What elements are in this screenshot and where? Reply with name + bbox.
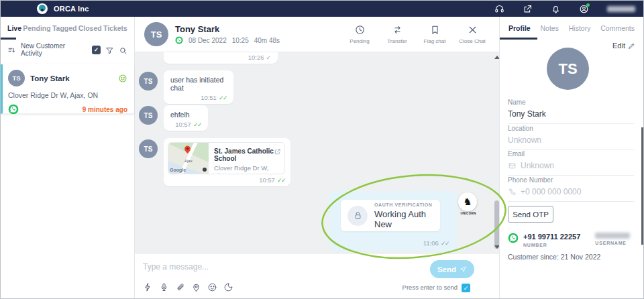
- sort-icon[interactable]: [7, 46, 16, 54]
- emoji-icon[interactable]: [207, 282, 217, 292]
- conversation-sidebar: Live Pending Tagged Closed Tickets New C…: [1, 17, 135, 298]
- flag-chat-button[interactable]: Flag chat: [423, 24, 447, 44]
- whatsapp-icon: [508, 233, 519, 243]
- message-bubble: ehfelh 10:57: [164, 105, 208, 131]
- chat-duration: 40m 48s: [254, 37, 280, 44]
- name-value[interactable]: Tony Stark: [508, 109, 546, 119]
- double-tick-icon: [277, 176, 285, 184]
- headset-icon[interactable]: [494, 4, 504, 14]
- location-subtitle: Clover Ridge Dr W, Ajax, ON: [214, 164, 275, 174]
- agent-name-redacted: [607, 6, 635, 12]
- customer-since: Customer since: 21 Nov 2022: [508, 253, 600, 261]
- avatar: TS: [139, 139, 158, 158]
- composer: Send Press enter to send: [135, 254, 500, 298]
- whatsapp-icon: [8, 104, 19, 115]
- tab-profile[interactable]: Profile: [508, 24, 531, 32]
- message-text: user has initiated chat: [170, 76, 227, 92]
- tab-notes[interactable]: Notes: [541, 24, 559, 32]
- attachment-icon[interactable]: [175, 282, 185, 292]
- send-button[interactable]: Send: [430, 260, 474, 278]
- clock-icon: [354, 24, 366, 36]
- location-title: St. James Catholic School: [214, 147, 275, 162]
- tab-comments[interactable]: Comments: [600, 24, 635, 32]
- message-input[interactable]: [143, 262, 411, 272]
- close-icon: [467, 24, 478, 36]
- pencil-icon: [628, 42, 635, 50]
- oauth-widget-card[interactable]: OAUTH VERIFICATION Working Auth New: [341, 200, 440, 231]
- brand-name: ORCA Inc: [54, 5, 89, 13]
- number-caption: NUMBER: [523, 243, 580, 247]
- multi-select-icon[interactable]: [92, 46, 101, 54]
- message-list: 10:26 TS user has initiated chat 10:51 T…: [135, 52, 500, 254]
- whatsapp-number: +91 99711 22257: [523, 233, 580, 241]
- send-otp-button[interactable]: Send OTP: [508, 206, 553, 223]
- map-control-dot: [203, 168, 207, 172]
- tab-closed[interactable]: Closed: [78, 24, 102, 32]
- pending-button[interactable]: Pending: [347, 24, 372, 44]
- panel-scrollbar-thumb[interactable]: [641, 127, 643, 245]
- conversation-card-tony-stark[interactable]: TS Tony Stark Clover Ridge Dr W, Ajax, O…: [1, 64, 134, 114]
- search-icon[interactable]: [119, 46, 127, 54]
- double-tick-icon: [219, 94, 227, 101]
- mail-icon: [508, 162, 517, 170]
- tick-icon: [266, 54, 271, 61]
- tab-tagged[interactable]: Tagged: [52, 24, 77, 32]
- channel-identity-row: +91 99711 22257 NUMBER USERNAME: [508, 233, 637, 247]
- map-thumbnail: Ajax Google: [168, 143, 209, 174]
- mic-icon[interactable]: [159, 282, 169, 292]
- whatsapp-icon: [175, 36, 183, 44]
- user-menu-icon[interactable]: [579, 4, 589, 14]
- edit-profile-button[interactable]: Edit: [612, 42, 635, 50]
- field-location: Location Unknown: [508, 125, 634, 150]
- chat-header: TS Tony Stark 08 Dec 2022 10:25 40m 48s …: [135, 17, 500, 52]
- bookmark-icon: [429, 24, 441, 36]
- double-tick-icon: [193, 121, 201, 128]
- lock-icon: [347, 206, 368, 226]
- tab-tickets[interactable]: Tickets: [103, 24, 127, 32]
- message-bubble-partial: 10:26: [164, 52, 278, 64]
- oauth-widget-label: OAUTH VERIFICATION: [374, 202, 433, 207]
- username-redacted: [595, 233, 630, 239]
- double-tick-icon: [441, 239, 449, 247]
- field-name: Name Tony Stark: [508, 99, 634, 124]
- open-external-icon[interactable]: [274, 146, 281, 154]
- tab-history[interactable]: History: [569, 24, 591, 32]
- scrollbar-thumb[interactable]: [494, 200, 499, 249]
- quick-reply-icon[interactable]: [143, 282, 153, 292]
- share-icon[interactable]: [523, 4, 533, 14]
- sentiment-smiley-icon: [118, 74, 127, 83]
- filter-icon[interactable]: [105, 46, 114, 54]
- enter-hint: Press enter to send: [402, 284, 458, 291]
- unicorn-icon: ♞: [458, 192, 477, 211]
- map-brand-label: Google: [170, 168, 186, 172]
- location-card[interactable]: Ajax Google St. James Catholic School Cl…: [168, 142, 285, 174]
- avatar: TS: [144, 22, 168, 46]
- transfer-button[interactable]: Transfer: [385, 24, 409, 44]
- bell-icon[interactable]: [551, 4, 561, 14]
- phone-value[interactable]: +0 000 000 0000: [521, 187, 581, 196]
- username-caption: USERNAME: [595, 241, 630, 245]
- topbar: ORCA Inc: [1, 1, 643, 17]
- tab-live[interactable]: Live: [7, 24, 21, 32]
- transfer-icon: [392, 24, 403, 36]
- map-town-label: Ajax: [184, 159, 193, 163]
- profile-panel: Profile Notes History Comments Edit TS N…: [499, 17, 643, 298]
- message-bubble-location: Ajax Google St. James Catholic School Cl…: [164, 138, 290, 186]
- unicorn-badge: ♞ UNICORN: [458, 192, 478, 215]
- active-tab-underline: [500, 38, 537, 40]
- location-icon[interactable]: [191, 282, 201, 292]
- sticker-icon[interactable]: [223, 282, 233, 292]
- profile-tabs: Profile Notes History Comments: [500, 17, 643, 40]
- orca-logo-icon: [37, 3, 48, 14]
- email-value[interactable]: Unknown: [521, 161, 554, 170]
- enter-to-send-checkbox[interactable]: [462, 284, 470, 292]
- activity-label: New Customer Activity: [21, 42, 87, 57]
- chat-customer-name: Tony Stark: [175, 24, 280, 34]
- location-value[interactable]: Unknown: [508, 135, 541, 145]
- tab-pending[interactable]: Pending: [23, 24, 50, 32]
- map-pin-icon: [182, 144, 193, 154]
- avatar: TS: [139, 106, 158, 125]
- oauth-widget-title: Working Auth New: [374, 209, 433, 229]
- sidebar-tabs: Live Pending Tagged Closed Tickets: [1, 17, 134, 40]
- close-chat-button[interactable]: Close Chat: [460, 24, 484, 44]
